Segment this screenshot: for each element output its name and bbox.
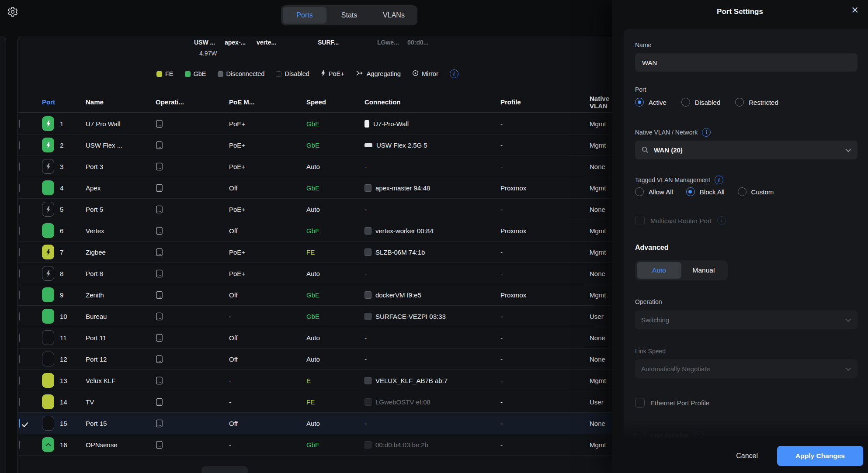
aggregating-icon <box>356 70 364 77</box>
device-label[interactable]: 00:d0... <box>407 39 428 46</box>
row-checkbox[interactable] <box>19 205 20 214</box>
row-checkbox[interactable] <box>19 184 20 192</box>
radio-option[interactable]: Disabled <box>681 98 720 107</box>
radio-option[interactable]: Restricted <box>735 98 778 107</box>
port-row[interactable]: 1 U7 Pro Wall PoE+ GbE U7-Pro-Wall - Mgm <box>18 113 620 135</box>
radio-option[interactable]: Custom <box>738 187 774 196</box>
connection-cell: dockerVM f9:e5 <box>365 291 500 299</box>
port-row[interactable]: 3 Port 3 PoE+ Auto - - None <box>18 156 620 177</box>
tagged-vlan-radios: Allow AllBlock AllCustom <box>635 187 858 196</box>
row-checkbox[interactable] <box>19 376 20 385</box>
poe-mode-value: Off <box>229 227 306 235</box>
tab[interactable]: Ports <box>283 7 326 24</box>
speed-value: FE <box>306 398 365 406</box>
operation-device-icon <box>156 205 229 214</box>
port-status-icon <box>42 245 54 259</box>
radio-option[interactable]: Block All <box>686 187 725 196</box>
device-label[interactable]: USW ... <box>194 39 215 46</box>
port-row[interactable]: 15 Port 15 Off Auto - - None <box>18 413 620 434</box>
port-row[interactable]: 14 TV - FE LGwebOSTV ef:08 - User <box>18 391 620 413</box>
header-name[interactable]: Name <box>86 98 156 106</box>
row-checkbox[interactable] <box>19 419 20 428</box>
legend-info-icon[interactable]: i <box>450 69 458 78</box>
poe-mode-value: - <box>229 398 306 406</box>
native-vlan-select[interactable]: WAN (20) <box>635 141 858 159</box>
tab[interactable]: VLANs <box>372 7 416 24</box>
device-label[interactable]: apex-... <box>225 39 246 46</box>
row-checkbox[interactable] <box>19 248 20 256</box>
profile-value: - <box>500 420 590 427</box>
mode-segment[interactable]: Auto <box>637 262 681 279</box>
connected-device-labels: USW ... apex-... verte... SURF... LGwe..… <box>18 39 620 47</box>
row-checkbox[interactable] <box>19 162 20 171</box>
port-number: 15 <box>60 420 86 427</box>
radio-option[interactable]: Active <box>635 98 667 107</box>
poe-mode-value: Off <box>229 334 306 342</box>
header-poe-mode[interactable]: PoE M... <box>229 98 306 106</box>
device-label[interactable]: SURF... <box>318 39 339 46</box>
port-row[interactable]: 11 Port 11 Off Auto - - None <box>18 327 620 349</box>
port-row[interactable]: 13 Velux KLF - E VELUX_KLF_AB7B ab:7 - M <box>18 370 620 391</box>
row-checkbox[interactable] <box>19 441 20 449</box>
row-checkbox[interactable] <box>19 141 20 149</box>
port-row[interactable]: 12 Port 12 Off Auto - - None <box>18 349 620 370</box>
port-row[interactable]: 2 USW Flex ... PoE+ GbE USW Flex 2.5G 5 … <box>18 135 620 156</box>
connection-name: - <box>365 206 367 213</box>
tab[interactable]: Stats <box>327 7 371 24</box>
connection-name: SLZB-06M 74:1b <box>375 249 425 256</box>
row-checkbox[interactable] <box>19 269 20 278</box>
ethernet-port-profile-checkbox[interactable] <box>635 398 645 407</box>
row-checkbox[interactable] <box>19 120 20 128</box>
row-checkbox[interactable] <box>19 227 20 235</box>
row-checkbox[interactable] <box>19 398 20 406</box>
operation-device-icon <box>156 419 229 428</box>
connection-name: - <box>365 356 367 363</box>
profile-value: - <box>500 206 590 213</box>
device-label[interactable]: verte... <box>257 39 276 46</box>
connection-name: vertex-worker 00:84 <box>375 227 434 235</box>
port-row[interactable]: 5 Port 5 PoE+ Auto - - None <box>18 199 620 220</box>
settings-gear-button[interactable] <box>7 6 19 18</box>
header-operation[interactable]: Operati... <box>156 98 229 106</box>
native-vlan-info-icon[interactable]: i <box>702 128 711 137</box>
poe-mode-value: PoE+ <box>229 142 306 149</box>
device-label[interactable]: LGwe... <box>377 39 399 46</box>
native-vlan-label: Native VLAN / Network <box>635 129 698 136</box>
cancel-button[interactable]: Cancel <box>736 452 758 460</box>
port-row[interactable]: 16 OPNsense - GbE 00:d0:b4:03:be:2b - Mg <box>18 434 620 456</box>
row-checkbox[interactable] <box>19 291 20 299</box>
chevron-down-icon <box>846 366 851 371</box>
connection-name: SURFACE-VEZPI 03:33 <box>375 313 446 320</box>
port-row[interactable]: 6 Vertex Off GbE vertex-worker 00:84 Pro… <box>18 220 620 242</box>
header-connection[interactable]: Connection <box>365 98 500 106</box>
close-icon[interactable]: × <box>851 4 858 16</box>
legend-poe: PoE+ <box>321 70 344 78</box>
port-row[interactable]: 10 Bureau - GbE SURFACE-VEZPI 03:33 - Us <box>18 306 620 327</box>
connection-cell: 00:d0:b4:03:be:2b <box>365 441 500 449</box>
port-row[interactable]: 7 Zigbee PoE+ FE SLZB-06M 74:1b - Mgmt <box>18 242 620 263</box>
radio-option[interactable]: Allow All <box>635 187 673 196</box>
port-row[interactable]: 4 Apex Off GbE apex-master 94:48 Proxmox <box>18 177 620 199</box>
apply-changes-button[interactable]: Apply Changes <box>777 446 863 466</box>
header-speed[interactable]: Speed <box>306 98 365 106</box>
profile-value: - <box>500 142 590 149</box>
row-checkbox[interactable] <box>19 334 20 342</box>
bottom-partial-button[interactable] <box>201 466 248 473</box>
port-status-icon <box>42 223 54 238</box>
profile-value: - <box>500 270 590 277</box>
operation-device-icon <box>156 141 229 149</box>
ports-table-header: Port Name Operati... PoE M... Speed Conn… <box>18 92 620 113</box>
row-checkbox[interactable] <box>19 312 20 321</box>
connection-cell: - <box>365 270 500 277</box>
row-checkbox[interactable] <box>19 355 20 363</box>
port-row[interactable]: 9 Zenith Off GbE dockerVM f9:e5 Proxmox <box>18 284 620 306</box>
chevron-down-icon <box>846 147 851 152</box>
speed-value: GbE <box>306 227 365 235</box>
port-row[interactable]: 8 Port 8 PoE+ Auto - - None <box>18 263 620 284</box>
mode-segment[interactable]: Manual <box>681 262 726 279</box>
operation-device-icon <box>156 248 229 256</box>
name-input[interactable]: WAN <box>635 53 858 72</box>
header-profile[interactable]: Profile <box>500 98 590 106</box>
tagged-vlan-info-icon[interactable]: i <box>715 176 723 184</box>
header-port[interactable]: Port <box>42 98 86 106</box>
